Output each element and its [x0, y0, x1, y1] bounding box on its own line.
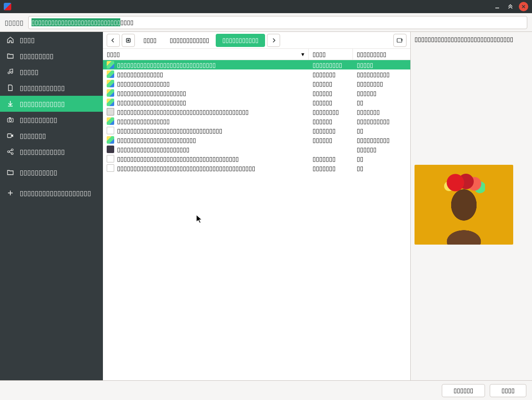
svg-point-4	[9, 119, 12, 122]
svg-line-10	[9, 150, 11, 151]
document-icon	[7, 84, 14, 92]
file-row[interactable]: ▯▯▯▯▯▯▯▯▯▯▯▯▯▯▯▯▯▯▯▯▯▯▯▯▯▯▯▯▯▯▯▯▯	[103, 88, 410, 98]
file-name: ▯▯▯▯▯▯▯▯▯▯▯▯▯▯▯▯▯▯▯▯▯▯▯▯▯▯▯▯▯▯	[117, 62, 216, 69]
file-name: ▯▯▯▯▯▯▯▯▯▯▯▯▯▯▯▯	[117, 80, 170, 87]
sidebar-item-pictures[interactable]: ▯▯▯▯▯▯▯▯▯▯	[0, 112, 103, 128]
sidebar-item-add[interactable]: ▯▯▯▯▯▯▯▯▯▯▯▯▯▯▯▯▯▯▯	[0, 185, 103, 201]
file-row[interactable]: ▯▯▯▯▯▯▯▯▯▯▯▯▯▯▯▯▯▯▯▯▯▯▯▯▯▯▯▯▯▯▯▯	[103, 116, 410, 126]
location-input[interactable]: ▯▯▯▯▯▯▯▯▯▯▯▯▯▯▯▯▯▯▯▯▯▯▯▯▯▯▯▯▯▯▯	[28, 16, 527, 29]
close-button[interactable]	[519, 2, 528, 11]
sidebar-item-share[interactable]: ▯▯▯▯▯▯▯▯▯▯▯▯	[0, 144, 103, 160]
file-row[interactable]: ▯▯▯▯▯▯▯▯▯▯▯▯▯▯▯▯▯▯▯▯▯▯▯▯▯▯▯▯▯▯▯▯▯▯▯▯▯▯▯▯…	[103, 163, 410, 173]
svg-rect-5	[9, 117, 11, 118]
home-icon	[7, 36, 14, 44]
folder-icon	[107, 146, 114, 153]
location-rest: ▯▯▯▯	[120, 19, 133, 26]
file-name: ▯▯▯▯▯▯▯▯▯▯▯▯▯▯▯▯▯▯▯▯▯	[117, 99, 186, 106]
column-headers: ▯▯▯▯▾ ▯▯▯▯ ▯▯▯▯▯▯▯▯▯	[103, 49, 410, 60]
sidebar-item-label: ▯▯▯▯▯	[20, 68, 39, 76]
sidebar-item-label: ▯▯▯▯▯▯▯▯▯▯	[20, 169, 57, 176]
sidebar-item-desktop[interactable]: ▯▯▯▯▯▯▯▯▯	[0, 48, 103, 64]
cancel-button[interactable]: ▯▯▯▯▯▯	[442, 384, 485, 397]
file-size: ▯▯▯▯▯▯	[309, 99, 353, 106]
sidebar-item-documents[interactable]: ▯▯▯▯▯▯▯▯▯▯▯▯	[0, 80, 103, 96]
column-header-modified[interactable]: ▯▯▯▯▯▯▯▯▯	[353, 49, 410, 60]
file-name: ▯▯▯▯▯▯▯▯▯▯▯▯▯▯▯▯▯▯▯▯▯▯	[117, 146, 189, 153]
minimize-button[interactable]	[493, 2, 502, 11]
svg-line-11	[9, 152, 11, 153]
svg-point-7	[8, 151, 9, 153]
folder-icon	[107, 89, 114, 97]
file-row[interactable]: ▯▯▯▯▯▯▯▯▯▯▯▯▯▯▯▯▯▯▯▯▯▯▯▯▯▯▯▯▯▯▯	[103, 69, 410, 79]
file-name: ▯▯▯▯▯▯▯▯▯▯▯▯▯▯▯▯▯▯▯▯▯▯▯▯▯▯▯▯▯▯▯▯▯▯▯▯▯▯▯▯	[117, 108, 249, 115]
file-size: ▯▯▯▯▯▯▯	[309, 165, 353, 172]
document-icon	[107, 155, 114, 162]
sidebar-item-other[interactable]: ▯▯▯▯▯▯▯▯▯▯	[0, 164, 103, 180]
breadcrumb-bar: ▯▯▯▯▯▯▯▯▯▯▯▯▯▯▯▯▯▯▯▯▯▯▯▯▯▯▯	[103, 32, 410, 49]
file-name: ▯▯▯▯▯▯▯▯▯▯▯▯▯▯▯▯▯▯▯▯▯	[117, 90, 186, 97]
column-header-size[interactable]: ▯▯▯▯	[309, 49, 353, 60]
file-row[interactable]: ▯▯▯▯▯▯▯▯▯▯▯▯▯▯▯▯▯▯▯▯▯▯▯▯▯▯▯▯▯▯▯▯▯▯▯▯▯▯▯▯	[103, 135, 410, 145]
folder-icon	[107, 99, 114, 106]
dialog-footer: ▯▯▯▯▯▯ ▯▯▯▯	[0, 380, 532, 400]
video-icon	[7, 132, 14, 139]
file-row[interactable]: ▯▯▯▯▯▯▯▯▯▯▯▯▯▯▯▯▯▯▯▯▯▯▯▯▯▯▯▯▯	[103, 98, 410, 107]
file-modified: ▯▯▯▯▯▯	[353, 146, 410, 153]
titlebar	[0, 0, 532, 13]
sidebar-item-videos[interactable]: ▯▯▯▯▯▯▯	[0, 128, 103, 144]
sidebar-item-label: ▯▯▯▯▯▯▯▯▯▯▯▯	[20, 100, 65, 108]
file-name: ▯▯▯▯▯▯▯▯▯▯▯▯▯▯▯▯	[117, 118, 170, 125]
sidebar: ▯▯▯▯▯▯▯▯▯▯▯▯▯▯▯▯▯▯▯▯▯▯▯▯▯▯▯▯▯▯▯▯▯▯▯▯▯▯▯▯…	[0, 32, 103, 380]
new-folder-button[interactable]	[393, 34, 407, 47]
toolbar: ▯▯▯▯▯ ▯▯▯▯▯▯▯▯▯▯▯▯▯▯▯▯▯▯▯▯▯▯▯▯▯▯▯▯▯▯▯	[0, 13, 532, 32]
file-row[interactable]: ▯▯▯▯▯▯▯▯▯▯▯▯▯▯▯▯▯▯▯▯▯▯▯▯▯▯▯▯	[103, 145, 410, 154]
toolbar-label: ▯▯▯▯▯	[5, 19, 23, 26]
column-header-name[interactable]: ▯▯▯▯▾	[103, 49, 309, 60]
sidebar-item-label: ▯▯▯▯▯▯▯▯▯	[20, 52, 54, 60]
file-row[interactable]: ▯▯▯▯▯▯▯▯▯▯▯▯▯▯▯▯▯▯▯▯▯▯▯▯▯▯▯▯▯▯	[103, 79, 410, 88]
file-size: ▯▯▯▯▯▯	[309, 80, 353, 87]
music-icon	[7, 68, 14, 76]
breadcrumb-segment[interactable]: ▯▯▯▯▯▯▯▯▯▯▯	[216, 34, 265, 47]
nav-forward-button[interactable]	[267, 34, 280, 47]
nav-root-button[interactable]	[122, 34, 135, 47]
file-modified: ▯▯▯▯▯▯▯▯▯▯	[353, 118, 410, 125]
file-size: ▯▯▯▯▯▯▯	[309, 71, 353, 78]
open-button[interactable]: ▯▯▯▯	[490, 384, 526, 397]
file-modified: ▯▯	[353, 99, 410, 106]
file-row[interactable]: ▯▯▯▯▯▯▯▯▯▯▯▯▯▯▯▯▯▯▯▯▯▯▯▯▯▯▯▯▯▯▯▯▯▯▯▯▯▯▯▯…	[103, 60, 410, 69]
file-size: ▯▯▯▯▯▯	[309, 137, 353, 144]
svg-point-8	[11, 149, 13, 151]
folder-icon	[107, 117, 114, 125]
file-modified: ▯▯▯▯▯▯▯▯▯▯	[353, 137, 410, 144]
file-modified: ▯▯▯▯▯▯▯▯	[353, 80, 410, 87]
file-row[interactable]: ▯▯▯▯▯▯▯▯▯▯▯▯▯▯▯▯▯▯▯▯▯▯▯▯▯▯▯▯▯▯▯▯▯▯▯▯▯▯▯▯…	[103, 107, 410, 116]
download-icon	[7, 100, 14, 108]
sidebar-item-home[interactable]: ▯▯▯▯	[0, 32, 103, 48]
file-modified: ▯▯▯▯▯	[353, 62, 410, 69]
breadcrumb-segment[interactable]: ▯▯▯▯	[137, 34, 163, 47]
nav-back-button[interactable]	[107, 34, 120, 47]
file-modified: ▯▯	[353, 127, 410, 134]
file-row[interactable]: ▯▯▯▯▯▯▯▯▯▯▯▯▯▯▯▯▯▯▯▯▯▯▯▯▯▯▯▯▯▯▯▯▯▯▯▯▯▯▯▯…	[103, 154, 410, 163]
file-size: ▯▯▯▯▯▯▯	[309, 127, 353, 134]
location-selection: ▯▯▯▯▯▯▯▯▯▯▯▯▯▯▯▯▯▯▯▯▯▯▯▯▯▯▯	[31, 18, 120, 26]
folder-icon	[107, 136, 114, 144]
folder-icon	[107, 61, 114, 69]
folder-icon	[107, 80, 114, 87]
sidebar-item-label: ▯▯▯▯▯▯▯	[20, 132, 46, 139]
file-modified: ▯▯	[353, 155, 410, 162]
sidebar-item-music[interactable]: ▯▯▯▯▯	[0, 64, 103, 80]
file-modified: ▯▯▯▯▯▯	[353, 90, 410, 97]
preview-panel: ▯▯▯▯▯▯▯▯▯▯▯▯▯▯▯▯▯▯▯▯▯▯▯▯▯▯▯▯▯▯	[411, 32, 532, 380]
file-list: ▯▯▯▯▯▯▯▯▯▯▯▯▯▯▯▯▯▯▯▯▯▯▯▯▯▯▯▯▯▯▯▯▯▯▯▯▯▯▯▯…	[103, 60, 410, 380]
document-icon	[107, 164, 114, 172]
svg-rect-16	[397, 38, 402, 42]
breadcrumb-segment[interactable]: ▯▯▯▯▯▯▯▯▯▯▯▯	[163, 34, 216, 47]
sidebar-item-downloads[interactable]: ▯▯▯▯▯▯▯▯▯▯▯▯	[0, 96, 103, 112]
file-row[interactable]: ▯▯▯▯▯▯▯▯▯▯▯▯▯▯▯▯▯▯▯▯▯▯▯▯▯▯▯▯▯▯▯▯▯▯▯▯▯▯▯▯…	[103, 126, 410, 135]
document-icon	[107, 127, 114, 134]
maximize-button[interactable]	[506, 2, 515, 11]
plus-icon	[7, 189, 14, 197]
svg-rect-6	[8, 134, 11, 138]
